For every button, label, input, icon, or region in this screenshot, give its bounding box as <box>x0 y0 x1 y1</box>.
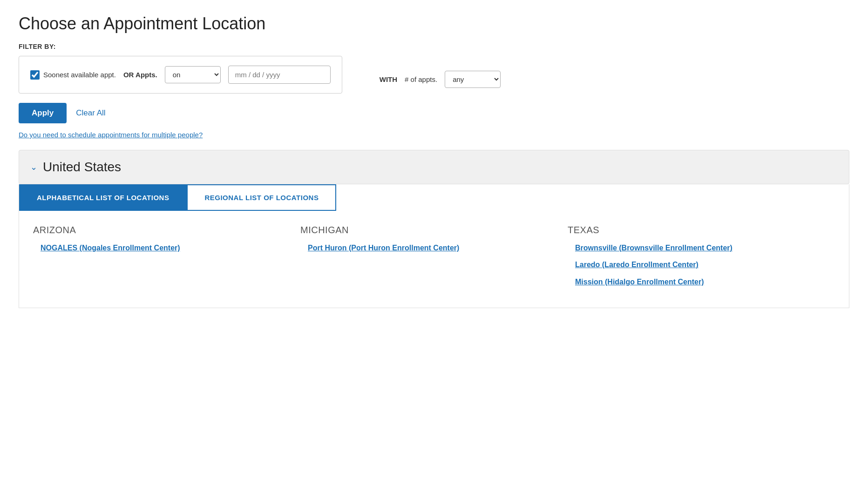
location-nogales[interactable]: NOGALES (Nogales Enrollment Center) <box>33 243 291 253</box>
location-port-huron[interactable]: Port Huron (Port Huron Enrollment Center… <box>300 243 558 253</box>
tab-alphabetical[interactable]: ALPHABETICAL LIST OF LOCATIONS <box>19 184 187 211</box>
locations-grid: ARIZONA NOGALES (Nogales Enrollment Cent… <box>19 225 849 294</box>
state-column-texas: TEXAS Brownsville (Brownsville Enrollmen… <box>568 225 835 294</box>
country-header: ⌄ United States <box>30 160 838 175</box>
multi-people-link[interactable]: Do you need to schedule appointments for… <box>19 131 849 139</box>
country-chevron-icon[interactable]: ⌄ <box>30 162 37 172</box>
soonest-appt-container: Soonest available appt. <box>30 70 116 80</box>
or-appts-label: OR Appts. <box>123 71 157 79</box>
num-appts-label: # of appts. <box>405 75 437 83</box>
date-input[interactable] <box>228 66 331 84</box>
with-label: WITH <box>380 75 397 83</box>
state-name-arizona: ARIZONA <box>33 225 291 236</box>
state-name-michigan: MICHIGAN <box>300 225 558 236</box>
action-row: Apply Clear All <box>19 103 849 123</box>
state-column-michigan: MICHIGAN Port Huron (Port Huron Enrollme… <box>300 225 568 294</box>
state-name-texas: TEXAS <box>568 225 826 236</box>
country-section: ⌄ United States <box>19 150 849 184</box>
soonest-appt-checkbox[interactable] <box>30 70 40 80</box>
location-laredo[interactable]: Laredo (Laredo Enrollment Center) <box>568 260 826 270</box>
tab-regional[interactable]: REGIONAL LIST OF LOCATIONS <box>187 184 336 211</box>
state-column-arizona: ARIZONA NOGALES (Nogales Enrollment Cent… <box>33 225 300 294</box>
clear-all-button[interactable]: Clear All <box>76 103 105 123</box>
soonest-appt-label: Soonest available appt. <box>43 71 116 79</box>
location-mission[interactable]: Mission (Hidalgo Enrollment Center) <box>568 277 826 287</box>
tabs-row: ALPHABETICAL LIST OF LOCATIONS REGIONAL … <box>19 184 849 211</box>
appts-on-select[interactable]: on after before <box>165 66 221 83</box>
filter-label: FILTER BY: <box>19 43 849 50</box>
filter-box: Soonest available appt. OR Appts. on aft… <box>19 56 342 94</box>
country-name: United States <box>43 160 121 175</box>
num-appts-select[interactable]: any 1 2 3 4 5+ <box>445 71 501 88</box>
apply-button[interactable]: Apply <box>19 103 67 123</box>
locations-panel: ALPHABETICAL LIST OF LOCATIONS REGIONAL … <box>19 184 849 308</box>
with-section: WITH # of appts. any 1 2 3 4 5+ <box>380 71 501 88</box>
location-brownsville[interactable]: Brownsville (Brownsville Enrollment Cent… <box>568 243 826 253</box>
page-title: Choose an Appointment Location <box>19 14 849 34</box>
